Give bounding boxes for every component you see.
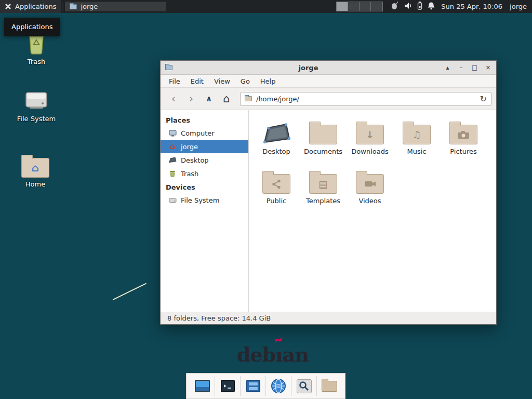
terminal-icon: [221, 380, 235, 392]
sidebar-header-devices: Devices: [161, 180, 248, 193]
file-item-public[interactable]: Public: [253, 167, 300, 216]
desktop-icon: [168, 157, 177, 163]
camera-icon: [450, 125, 477, 144]
dock-item-tiles[interactable]: [243, 375, 263, 397]
menu-edit[interactable]: Edit: [185, 76, 209, 87]
workspace-1[interactable]: [337, 2, 348, 11]
user-desktop-icon: [262, 123, 291, 144]
file-item-videos[interactable]: Videos: [347, 167, 393, 216]
sidebar-item-trash[interactable]: Trash: [161, 167, 248, 180]
home-button[interactable]: ⌂: [218, 91, 235, 107]
dock-item-web-browser[interactable]: [269, 375, 288, 397]
file-item-documents[interactable]: Documents: [300, 117, 347, 167]
dock-separator: [291, 376, 291, 396]
folder-templates-icon: ▤: [309, 174, 337, 194]
sidebar: Places Computer ⌂ jorge Desktop: [161, 110, 249, 312]
file-label: Pictures: [450, 148, 476, 155]
taskbar-window-label: jorge: [81, 3, 98, 10]
volume-icon[interactable]: [404, 2, 412, 11]
desktop-icon-label: Home: [25, 180, 45, 188]
notifications-bell-icon[interactable]: [428, 2, 435, 11]
applications-menu-button[interactable]: Applications: [0, 0, 61, 13]
file-label: Documents: [304, 148, 342, 155]
dock-item-app-finder[interactable]: [294, 375, 314, 397]
display-icon: [195, 380, 210, 392]
workspace-3[interactable]: [360, 2, 371, 11]
window-body: Places Computer ⌂ jorge Desktop: [161, 110, 496, 312]
mouse-icon[interactable]: [390, 2, 398, 11]
dock-item-terminal[interactable]: [218, 375, 237, 397]
titlebar[interactable]: jorge ▴ – □ ×: [161, 61, 496, 75]
menu-help[interactable]: Help: [255, 76, 281, 87]
dock-separator: [316, 376, 317, 396]
sidebar-item-file-system[interactable]: File System: [161, 193, 248, 207]
location-bar[interactable]: ↻: [240, 92, 491, 106]
menu-view[interactable]: View: [209, 76, 235, 87]
sidebar-item-desktop[interactable]: Desktop: [161, 153, 248, 167]
applications-tooltip: Applications: [4, 18, 60, 36]
shade-button[interactable]: ▴: [444, 64, 451, 71]
file-label: Public: [267, 197, 286, 205]
file-label: Videos: [358, 197, 381, 205]
window-controls: ▴ – □ ×: [444, 64, 491, 71]
reload-icon[interactable]: ↻: [480, 94, 487, 104]
maximize-button[interactable]: □: [471, 64, 478, 71]
menu-go[interactable]: Go: [235, 76, 255, 87]
video-camera-icon: [356, 175, 383, 193]
share-icon: [263, 175, 290, 193]
location-input[interactable]: [256, 95, 476, 103]
workspace-4[interactable]: [371, 2, 382, 11]
folder-icon: [245, 96, 252, 101]
file-item-desktop[interactable]: Desktop: [253, 117, 300, 167]
sidebar-item-computer[interactable]: Computer: [161, 126, 248, 140]
app-finder-icon: [297, 379, 312, 393]
file-label: Templates: [306, 197, 340, 205]
file-item-music[interactable]: ♫ Music: [393, 117, 440, 167]
back-button[interactable]: ‹: [165, 91, 182, 107]
file-manager-icon: [322, 381, 337, 392]
debian-logo: deb˜ıan: [237, 343, 309, 366]
username-indicator[interactable]: jorge: [510, 3, 527, 10]
logo-text: deb: [237, 343, 275, 366]
menubar: File Edit View Go Help: [161, 75, 496, 88]
file-item-downloads[interactable]: ↓ Downloads: [347, 117, 393, 167]
applications-menu-icon: [5, 3, 11, 10]
folder-videos-icon: [356, 174, 384, 194]
dock-item-file-manager[interactable]: [320, 375, 339, 397]
tooltip-text: Applications: [11, 23, 52, 31]
workspace-switcher: [336, 2, 383, 11]
folder-icon: [70, 4, 77, 9]
minimize-button[interactable]: –: [458, 64, 464, 71]
folder-download-icon: ↓: [356, 125, 384, 144]
drive-icon: [168, 197, 177, 203]
battery-icon[interactable]: [417, 2, 422, 11]
file-label: Downloads: [351, 148, 388, 155]
window-icon[interactable]: [165, 65, 172, 70]
web-browser-icon: [271, 378, 286, 394]
home-icon: ⌂: [168, 142, 177, 151]
sidebar-item-jorge[interactable]: ⌂ jorge: [161, 140, 248, 153]
file-item-pictures[interactable]: Pictures: [440, 117, 487, 167]
dock-item-display[interactable]: [192, 375, 212, 397]
sidebar-item-label: Desktop: [181, 156, 209, 164]
sidebar-item-label: File System: [181, 196, 219, 204]
workspace-2[interactable]: [348, 2, 360, 11]
music-note-icon: ♫: [403, 125, 430, 144]
dock-separator: [265, 376, 266, 396]
menu-file[interactable]: File: [164, 76, 185, 87]
dock-panel: [186, 373, 345, 399]
desktop-icon-home[interactable]: ⌂ Home: [7, 154, 64, 188]
panel-separator: [62, 3, 62, 11]
sidebar-item-label: Trash: [181, 170, 198, 178]
clock[interactable]: Sun 25 Apr, 10:06: [441, 3, 502, 10]
forward-button[interactable]: ›: [183, 91, 200, 107]
desktop-icon-file-system[interactable]: File System: [8, 88, 65, 123]
taskbar-window-button[interactable]: jorge: [64, 1, 166, 12]
toolbar: ‹ › ∧ ⌂ ↻: [161, 88, 496, 110]
home-icon: ⌂: [22, 158, 49, 177]
up-button[interactable]: ∧: [201, 91, 217, 107]
folder-music-icon: ♫: [403, 125, 431, 144]
file-item-templates[interactable]: ▤ Templates: [300, 167, 347, 216]
statusbar: 8 folders, Free space: 14.4 GiB: [161, 312, 496, 324]
close-button[interactable]: ×: [485, 64, 491, 71]
